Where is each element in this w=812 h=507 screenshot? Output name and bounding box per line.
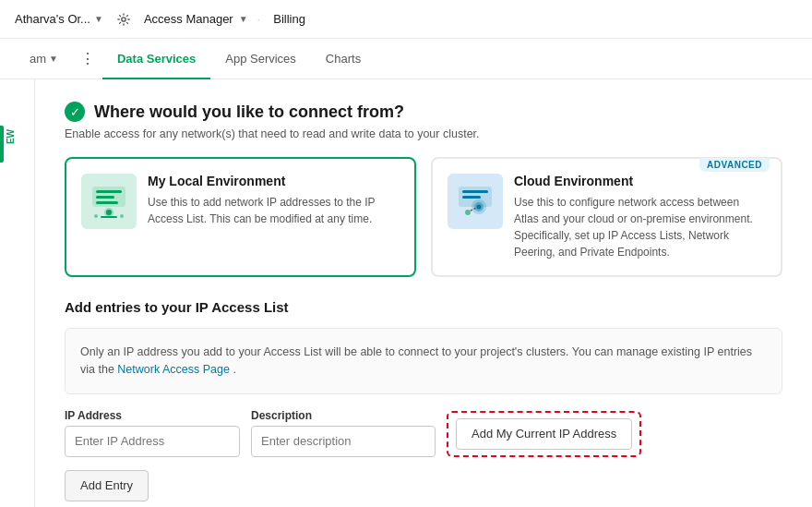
org-name[interactable]: Atharva's Or... ▼: [15, 12, 103, 26]
local-card-desc: Use this to add network IP addresses to …: [148, 194, 400, 227]
tab-data-services[interactable]: Data Services: [102, 39, 210, 79]
local-card-text: My Local Environment Use this to add net…: [148, 174, 400, 227]
tab-app-services[interactable]: App Services: [210, 39, 311, 79]
connect-subtitle: Enable access for any network(s) that ne…: [65, 127, 782, 140]
tab-charts[interactable]: Charts: [311, 39, 376, 79]
second-nav-project-label: am: [30, 52, 46, 66]
nav-separator: ·: [257, 12, 261, 26]
network-access-link[interactable]: Network Access Page: [117, 363, 230, 376]
check-circle-icon: ✓: [65, 102, 85, 122]
access-manager-chevron-icon: ▼: [239, 14, 248, 24]
more-options-button[interactable]: ⋮: [73, 39, 102, 79]
svg-point-0: [122, 17, 125, 20]
main-content: ✓ Where would you like to connect from? …: [35, 79, 812, 507]
svg-rect-2: [96, 190, 122, 193]
org-name-label: Atharva's Or...: [15, 12, 90, 26]
cloud-environment-illustration: [453, 179, 497, 223]
add-current-ip-button[interactable]: Add My Current IP Address: [456, 418, 632, 450]
access-manager-button[interactable]: Access Manager ▼: [144, 12, 248, 26]
billing-link[interactable]: Billing: [273, 12, 305, 26]
top-nav: Atharva's Or... ▼ Access Manager ▼ · Bil…: [0, 0, 812, 39]
cloud-card-inner: Cloud Environment Use this to configure …: [448, 174, 766, 260]
second-nav-project[interactable]: am ▼: [15, 39, 73, 79]
second-nav-project-chevron: ▼: [49, 54, 58, 64]
local-environment-illustration: [87, 179, 131, 223]
sidebar-left: EW: [0, 79, 35, 507]
add-ip-highlight: Add My Current IP Address: [447, 411, 641, 457]
main-layout: EW ✓ Where would you like to connect fro…: [0, 79, 812, 507]
cloud-environment-card[interactable]: ADVANCED: [431, 157, 782, 277]
local-card-title: My Local Environment: [148, 174, 400, 188]
add-entries-title: Add entries to your IP Access List: [65, 299, 782, 315]
access-manager-label: Access Manager: [144, 12, 233, 26]
gear-icon: [117, 13, 130, 26]
cloud-card-title: Cloud Environment: [514, 174, 766, 188]
connect-section-header: ✓ Where would you like to connect from?: [65, 102, 782, 122]
description-group: Description: [251, 409, 436, 457]
local-environment-card[interactable]: My Local Environment Use this to add net…: [65, 157, 416, 277]
second-nav-left: am ▼ ⋮: [15, 39, 102, 79]
info-box: Only an IP address you add to your Acces…: [65, 328, 782, 394]
org-chevron-icon: ▼: [94, 14, 103, 24]
ip-label: IP Address: [65, 409, 240, 422]
tab-app-services-label: App Services: [225, 52, 296, 66]
environment-cards: My Local Environment Use this to add net…: [65, 157, 782, 277]
ip-form-row: IP Address Description Add My Current IP…: [65, 409, 782, 457]
local-card-inner: My Local Environment Use this to add net…: [81, 174, 400, 229]
info-text-end: .: [233, 363, 235, 376]
sidebar-active-indicator: [0, 126, 4, 163]
info-text: Only an IP address you add to your Acces…: [80, 344, 767, 379]
svg-point-15: [477, 205, 482, 210]
more-icon: ⋮: [80, 50, 95, 67]
svg-point-8: [94, 214, 98, 218]
desc-label: Description: [251, 409, 436, 422]
cloud-card-text: Cloud Environment Use this to configure …: [514, 174, 766, 260]
add-entry-button[interactable]: Add Entry: [65, 470, 149, 501]
svg-point-9: [120, 214, 124, 218]
second-nav: am ▼ ⋮ Data Services App Services Charts: [0, 39, 812, 79]
description-input[interactable]: [251, 426, 436, 457]
ip-address-input[interactable]: [65, 426, 240, 457]
cloud-card-icon: [448, 174, 503, 229]
svg-rect-11: [462, 190, 488, 193]
add-ip-group: Add My Current IP Address: [447, 411, 641, 457]
tab-charts-label: Charts: [326, 52, 361, 66]
local-card-icon: [81, 174, 137, 229]
sidebar-ew-label: EW: [6, 129, 16, 144]
settings-button[interactable]: [111, 6, 137, 32]
cloud-card-desc: Use this to configure network access bet…: [514, 194, 766, 260]
tab-data-services-label: Data Services: [117, 52, 196, 66]
svg-rect-12: [462, 196, 481, 199]
advanced-badge: ADVANCED: [699, 158, 770, 172]
connect-title: Where would you like to connect from?: [94, 103, 404, 122]
svg-point-16: [465, 210, 471, 215]
svg-point-6: [106, 210, 112, 215]
svg-rect-4: [96, 201, 118, 204]
ip-address-group: IP Address: [65, 409, 240, 457]
svg-rect-3: [96, 196, 114, 199]
